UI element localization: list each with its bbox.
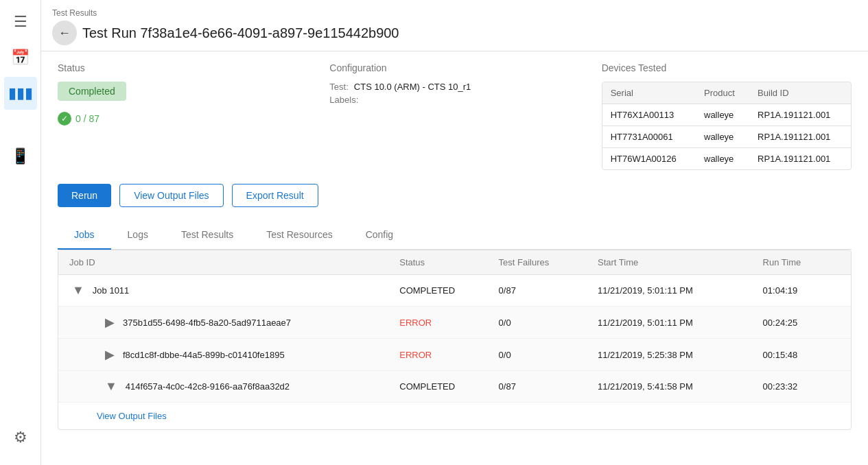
device-serial: HT76W1A00126 [602,148,696,170]
status-block: Status Completed ✓ 0 / 87 [58,62,307,170]
view-output-row: View Output Files [58,403,851,429]
device-build-id: RP1A.191121.001 [749,104,851,126]
col-test-failures: Test Failures [488,250,587,275]
job-start-time: 11/21/2019, 5:01:11 PM [587,307,752,339]
test-label: Test: [329,82,348,92]
back-button[interactable]: ← [52,21,77,45]
job-test-failures: 0/87 [488,371,587,403]
job-start-time: 11/21/2019, 5:01:11 PM [587,275,752,307]
pass-count: ✓ 0 / 87 [58,112,307,126]
job-test-failures: 0/87 [488,275,587,307]
tab-test-resources[interactable]: Test Resources [250,221,349,250]
view-output-button[interactable]: View Output Files [119,184,223,207]
job-status: ERROR [388,339,487,371]
sidebar-item-chart[interactable]: ▮▮▮ [4,77,37,110]
sidebar-item-device[interactable]: 📱 [4,140,37,173]
calendar-icon: 📅 [11,49,30,67]
job-run-time: 01:04:19 [752,275,851,307]
config-label: Configuration [329,62,579,73]
job-run-time: 00:24:25 [752,307,851,339]
col-run-time: Run Time [752,250,851,275]
config-block: Configuration Test: CTS 10.0 (ARM) - CTS… [329,62,579,170]
check-circle-icon: ✓ [58,112,71,126]
jobs-header-row: Job ID Status Test Failures Start Time R… [58,250,851,275]
device-serial: HT7731A00061 [602,126,696,148]
device-row: HT76W1A00126 walleye RP1A.191121.001 [602,148,851,170]
job-child-row: ▼ 414f657a-4c0c-42c8-9166-aa76f8aa32d2 C… [58,371,851,403]
job-child-row: ▶ f8cd1c8f-dbbe-44a5-899b-c01410fe1895 E… [58,339,851,371]
job-test-failures: 0/0 [488,307,587,339]
devices-label: Devices Tested [602,62,852,73]
info-section: Status Completed ✓ 0 / 87 Configuration … [58,62,852,170]
expand-button[interactable]: ▶ [102,315,117,330]
pass-count-value: 0 / 87 [75,113,99,124]
tab-test-results[interactable]: Test Results [165,221,250,250]
config-test-row: Test: CTS 10.0 (ARM) - CTS 10_r1 [329,82,579,92]
job-start-time: 11/21/2019, 5:41:58 PM [587,371,752,403]
expand-button[interactable]: ▼ [102,379,120,394]
job-id-cell: ▶ 375b1d55-6498-4fb5-8a20-5ad9711aeae7 [58,307,388,339]
job-id-cell: ▼ 414f657a-4c0c-42c8-9166-aa76f8aa32d2 [58,371,388,403]
job-id-value: 414f657a-4c0c-42c8-9166-aa76f8aa32d2 [126,381,290,392]
device-product: walleye [696,148,749,170]
col-start-time: Start Time [587,250,752,275]
main-content: Test Results ← Test Run 7f38a1e4-6e66-40… [41,0,868,465]
content-area: Status Completed ✓ 0 / 87 Configuration … [41,51,868,465]
view-output-files-link[interactable]: View Output Files [58,405,178,427]
col-job-id: Job ID [58,250,388,275]
sidebar-item-list[interactable]: ☰ [4,5,37,38]
tab-jobs[interactable]: Jobs [58,221,111,250]
sidebar-item-calendar[interactable]: 📅 [4,41,37,74]
col-build-id: Build ID [749,82,851,104]
chart-icon: ▮▮▮ [8,84,33,102]
rerun-button[interactable]: Rerun [58,184,111,207]
job-id-value: 375b1d55-6498-4fb5-8a20-5ad9711aeae7 [123,318,291,328]
expand-button[interactable]: ▶ [102,347,117,362]
sidebar: ☰ 📅 ▮▮▮ 📱 ⚙ [0,0,41,465]
job-child-row: ▶ 375b1d55-6498-4fb5-8a20-5ad9711aeae7 E… [58,307,851,339]
job-test-failures: 0/0 [488,339,587,371]
list-icon: ☰ [14,13,27,31]
status-label: Status [58,62,307,73]
device-product: walleye [696,126,749,148]
tab-config[interactable]: Config [349,221,410,250]
config-labels-row: Labels: [329,95,579,105]
labels-label: Labels: [329,95,358,105]
job-start-time: 11/21/2019, 5:25:38 PM [587,339,752,371]
sidebar-item-settings[interactable]: ⚙ [4,421,37,454]
col-status: Status [388,250,487,275]
tabs: JobsLogsTest ResultsTest ResourcesConfig [58,221,852,250]
tab-logs[interactable]: Logs [111,221,165,250]
job-status: COMPLETED [388,371,487,403]
job-run-time: 00:23:32 [752,371,851,403]
device-serial: HT76X1A00113 [602,104,696,126]
jobs-table-container: Job ID Status Test Failures Start Time R… [58,250,852,430]
breadcrumb: Test Results [52,8,852,18]
expand-button[interactable]: ▼ [69,283,87,298]
devices-header-row: Serial Product Build ID [602,82,851,104]
devices-block: Devices Tested Serial Product Build ID H… [602,62,852,170]
jobs-table: Job ID Status Test Failures Start Time R… [58,250,851,403]
job-run-time: 00:15:48 [752,339,851,371]
col-product: Product [696,82,749,104]
action-buttons: Rerun View Output Files Export Result [58,184,852,207]
job-status: COMPLETED [388,275,487,307]
export-result-button[interactable]: Export Result [232,184,318,207]
device-build-id: RP1A.191121.001 [749,126,851,148]
devices-table-container: Serial Product Build ID HT76X1A00113 wal… [602,82,852,170]
device-product: walleye [696,104,749,126]
settings-icon: ⚙ [14,429,27,446]
devices-table: Serial Product Build ID HT76X1A00113 wal… [602,82,851,169]
job-id-value: Job 1011 [93,285,130,296]
device-build-id: RP1A.191121.001 [749,148,851,170]
device-icon: 📱 [11,147,30,165]
col-serial: Serial [602,82,696,104]
header: Test Results ← Test Run 7f38a1e4-6e66-40… [41,0,868,51]
job-id-cell: ▶ f8cd1c8f-dbbe-44a5-899b-c01410fe1895 [58,339,388,371]
job-parent-row: ▼ Job 1011 COMPLETED 0/87 11/21/2019, 5:… [58,275,851,307]
device-row: HT76X1A00113 walleye RP1A.191121.001 [602,104,851,126]
job-id-value: f8cd1c8f-dbbe-44a5-899b-c01410fe1895 [123,350,285,360]
page-title: Test Run 7f38a1e4-6e66-4091-a897-9e11544… [82,25,399,41]
job-id-cell: ▼ Job 1011 [58,275,388,307]
device-row: HT7731A00061 walleye RP1A.191121.001 [602,126,851,148]
